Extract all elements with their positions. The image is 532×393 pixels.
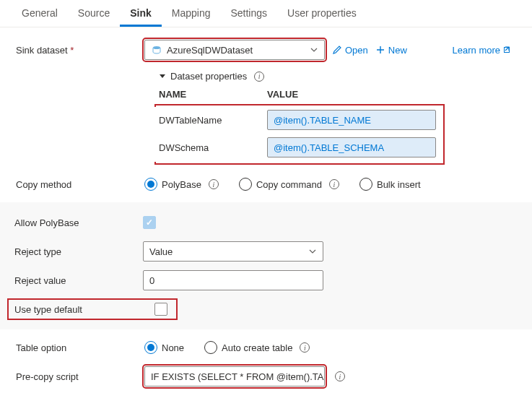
- sink-dataset-dropdown[interactable]: AzureSqlDWDataset: [144, 40, 325, 60]
- sink-dataset-label: Sink dataset *: [16, 45, 144, 56]
- copy-method-copycommand[interactable]: Copy command i: [239, 178, 339, 191]
- tab-settings[interactable]: Settings: [220, 0, 277, 27]
- copy-method-label: Copy method: [16, 179, 144, 190]
- props-value-header: VALUE: [267, 89, 298, 100]
- tab-mapping[interactable]: Mapping: [162, 0, 221, 27]
- info-icon[interactable]: i: [329, 179, 339, 189]
- props-name-header: NAME: [159, 89, 267, 100]
- tab-user-properties[interactable]: User properties: [277, 0, 367, 27]
- param-name: DWTableName: [159, 115, 267, 126]
- new-dataset-link[interactable]: New: [375, 45, 407, 56]
- sink-dataset-value: AzureSqlDWDataset: [167, 45, 310, 56]
- chevron-down-icon: [308, 247, 317, 256]
- reject-type-dropdown[interactable]: Value: [143, 241, 323, 262]
- copy-method-bulkinsert[interactable]: Bulk insert: [359, 178, 421, 191]
- use-type-default-label: Use type default: [10, 304, 139, 315]
- pre-copy-script-input[interactable]: IF EXISTS (SELECT * FROM @item().TA…: [144, 366, 325, 386]
- tab-bar: General Source Sink Mapping Settings Use…: [0, 0, 532, 27]
- collapse-icon: [159, 73, 166, 80]
- tab-general[interactable]: General: [12, 0, 68, 27]
- external-link-icon: [503, 45, 513, 55]
- info-icon[interactable]: i: [300, 342, 310, 353]
- table-option-autocreate[interactable]: Auto create table i: [204, 341, 310, 354]
- polybase-panel: Allow PolyBase Reject type Value Reject …: [0, 202, 532, 329]
- reject-value-label: Reject value: [14, 275, 143, 286]
- table-option-label: Table option: [16, 342, 144, 353]
- chevron-down-icon: [310, 46, 318, 54]
- use-type-default-checkbox[interactable]: [154, 303, 167, 316]
- dataset-icon: [151, 44, 162, 56]
- plus-icon: [375, 45, 385, 55]
- info-icon[interactable]: i: [209, 179, 219, 189]
- allow-polybase-label: Allow PolyBase: [14, 217, 143, 228]
- pre-copy-label: Pre-copy script: [16, 371, 144, 382]
- table-option-none[interactable]: None: [144, 341, 184, 354]
- open-dataset-link[interactable]: Open: [332, 45, 368, 56]
- svg-point-0: [153, 46, 160, 49]
- reject-value-input[interactable]: 0: [143, 270, 323, 290]
- param-value-input[interactable]: @item().TABLE_NAME: [267, 110, 436, 130]
- learn-more-link[interactable]: Learn more: [453, 45, 513, 56]
- info-icon[interactable]: i: [254, 72, 264, 82]
- reject-type-label: Reject type: [14, 246, 143, 257]
- allow-polybase-checkbox[interactable]: [143, 216, 156, 229]
- param-value-input[interactable]: @item().TABLE_SCHEMA: [267, 137, 436, 157]
- tab-sink[interactable]: Sink: [120, 0, 162, 27]
- tab-source[interactable]: Source: [68, 0, 120, 27]
- info-icon[interactable]: i: [335, 371, 345, 381]
- dataset-properties-header[interactable]: Dataset properties i: [159, 71, 518, 82]
- copy-method-polybase[interactable]: PolyBase i: [144, 178, 219, 191]
- param-name: DWSchema: [159, 142, 267, 153]
- pencil-icon: [332, 45, 342, 55]
